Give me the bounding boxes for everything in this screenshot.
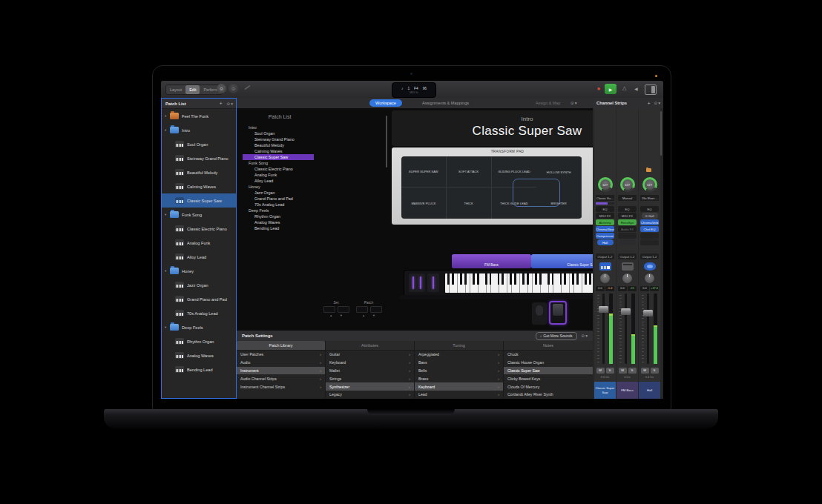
sidebar-item[interactable]: ▾ Alloy Lead [162, 250, 236, 264]
mini-patch-list-item[interactable]: Funk Song [243, 160, 314, 166]
fader-thumb[interactable] [643, 310, 653, 316]
sidebar-item[interactable]: ▾ Jazz Organ [162, 278, 236, 292]
library-row[interactable]: Cortlandt Alley River Synth [504, 391, 593, 399]
output-slot[interactable]: Output 1-2 [618, 253, 637, 259]
volume-value[interactable]: +17.0 [650, 286, 659, 291]
library-row[interactable]: Arpeggiated › [415, 351, 503, 359]
sidebar-item[interactable]: ▾ Classic Electric Piano [162, 222, 236, 236]
library-row[interactable]: Bass › [415, 359, 503, 367]
solo-button[interactable]: S [628, 368, 637, 374]
mute-button[interactable]: M [596, 368, 605, 374]
mini-patch-list-item[interactable]: 70s Analog Lead [243, 202, 314, 208]
mini-patch-list-item[interactable]: Rhythm Organ [243, 213, 314, 219]
mode-edit[interactable]: Edit [185, 85, 200, 94]
strip-name[interactable]: Classic Su… [596, 195, 614, 201]
workspace-gear-icon[interactable]: ⊙▾ [571, 99, 577, 107]
library-row[interactable]: Strings › [326, 374, 414, 382]
tuning-column-header[interactable]: Tuning [415, 341, 503, 351]
attributes-column-header[interactable]: Attributes [326, 341, 414, 351]
play-button[interactable]: ▶ [605, 84, 616, 94]
fader[interactable] [616, 294, 638, 364]
mute-button[interactable]: M [641, 368, 649, 374]
transform-pad-cell[interactable]: SUPER SUPER SAW [401, 156, 447, 188]
library-row[interactable]: Lead › [415, 391, 503, 399]
sidebar-item[interactable]: ▾ Analog Waves [162, 348, 236, 362]
library-row[interactable]: Audio Channel Strips › [237, 374, 325, 382]
library-row[interactable]: Synthesizer › [326, 382, 414, 391]
strip-name[interactable]: Manual [618, 195, 637, 201]
mini-patch-list-item[interactable]: Classic Super Saw [243, 154, 314, 160]
channel-strips-scrollbar[interactable] [660, 111, 662, 156]
library-row[interactable]: Keyboard › [326, 359, 414, 367]
sidebar-item[interactable]: ▾ Beautiful Melody [162, 165, 236, 179]
set-down-icon[interactable]: ▼ [340, 314, 343, 317]
library-row[interactable]: Audio › [237, 359, 325, 367]
mini-patch-list-item[interactable]: Intro [243, 125, 314, 130]
volume-knob[interactable]: 127 [598, 177, 613, 192]
pan-knob[interactable] [600, 273, 610, 283]
plugin-slot[interactable]: RetroSyn [618, 219, 637, 225]
patch-list-gear-icon[interactable]: ⊙▾ [227, 102, 237, 106]
tab-assignments-mappings[interactable]: Assignments & Mappings [422, 99, 469, 107]
patch-down-icon[interactable]: ▼ [372, 314, 375, 317]
get-more-sounds-button[interactable]: ↓ Get More Sounds [536, 332, 577, 340]
fader-track[interactable] [625, 294, 627, 364]
strip-footer-label[interactable]: FM Bass [616, 382, 638, 399]
volume-value[interactable]: -21 [628, 286, 637, 291]
library-row[interactable]: Classic Super Saw [504, 367, 593, 375]
sidebar-item[interactable]: ▾ 70s Analog Lead [162, 306, 236, 320]
mini-patch-list-item[interactable]: Soul Organ [243, 130, 314, 136]
output-slot[interactable]: Output 1-2 [596, 253, 614, 259]
sidebar-item[interactable]: ▾ Soul Organ [162, 137, 236, 151]
master-mute-icon[interactable]: ◀ [634, 86, 638, 91]
channel-strips-gear-icon[interactable]: ⊙▾ [654, 101, 664, 105]
plugin-slot[interactable]: ChromaVerb [640, 219, 659, 225]
mini-patch-list-item[interactable]: Beautiful Melody [243, 142, 314, 148]
volume-knob[interactable]: 127 [642, 177, 657, 192]
fader[interactable] [594, 294, 616, 364]
mute-button[interactable]: M [619, 368, 627, 374]
fader-thumb[interactable] [621, 308, 631, 315]
mode-layout[interactable]: Layout [166, 85, 185, 94]
channel-strips-panel-icon[interactable] [645, 84, 657, 95]
sidebar-item[interactable]: ▾ Rhythm Organ [162, 334, 236, 348]
strip-footer-label[interactable]: Classic Super Saw [594, 382, 616, 399]
library-row[interactable]: User Patches › [237, 351, 325, 359]
plugin-slot[interactable]: ⊙ Hall [642, 213, 658, 219]
disclosure-triangle-icon[interactable]: ▾ [165, 213, 170, 216]
sidebar-item[interactable]: ▾ Steinway Grand Piano [162, 151, 236, 165]
library-row[interactable]: Legacy › [326, 391, 414, 399]
strip-name[interactable]: 16s Short… [640, 195, 659, 201]
tuner-icon[interactable]: ⊙ [217, 84, 226, 93]
library-row[interactable]: Instrument › [237, 367, 325, 375]
patch-display-left[interactable] [356, 306, 368, 313]
plugin-slot[interactable] [618, 233, 637, 239]
library-row[interactable]: Clicky Bowed Keys [504, 374, 593, 382]
library-row[interactable]: Brass › [415, 374, 503, 382]
set-display-right[interactable] [338, 306, 349, 313]
sidebar-item[interactable]: ▾ Bending Lead [162, 362, 236, 377]
library-row[interactable]: Mallet › [326, 367, 414, 375]
library-row[interactable]: Bells › [415, 367, 503, 375]
transform-pad-selection[interactable] [513, 179, 560, 207]
tab-workspace[interactable]: Workspace [369, 99, 402, 107]
plugin-slot[interactable]: Chnl EQ [640, 226, 659, 232]
fader-track[interactable] [647, 294, 649, 364]
plugin-slot[interactable]: Audio FX [618, 226, 637, 232]
sidebar-item[interactable]: ▾ Honey [162, 264, 236, 278]
plugin-slot[interactable]: EQ [640, 206, 659, 212]
mini-patch-list-item[interactable]: Analog Funk [243, 172, 314, 178]
mini-patch-list-item[interactable]: Alloy Lead [243, 178, 314, 184]
sidebar-item[interactable]: ▾ Calming Waves [162, 179, 236, 193]
library-row[interactable]: Instrument Channel Strips › [237, 382, 325, 391]
sidebar-item[interactable]: ▾ Classic Super Saw [162, 193, 236, 208]
expression-pedal[interactable] [532, 302, 547, 325]
pan-value[interactable]: 0.0 [618, 286, 627, 291]
sidebar-item[interactable]: ▾ Intro [162, 123, 236, 137]
mini-patch-list-item[interactable]: Honey [243, 184, 314, 190]
add-patch-icon[interactable]: + [220, 101, 227, 106]
mini-patch-list-item[interactable]: Bending Lead [243, 225, 314, 231]
patch-settings-gear-icon[interactable]: ⊙▾ [582, 334, 588, 338]
plugin-slot[interactable]: EQ [596, 206, 614, 212]
sidebar-item[interactable]: ▾ Deep Feels [162, 320, 236, 334]
